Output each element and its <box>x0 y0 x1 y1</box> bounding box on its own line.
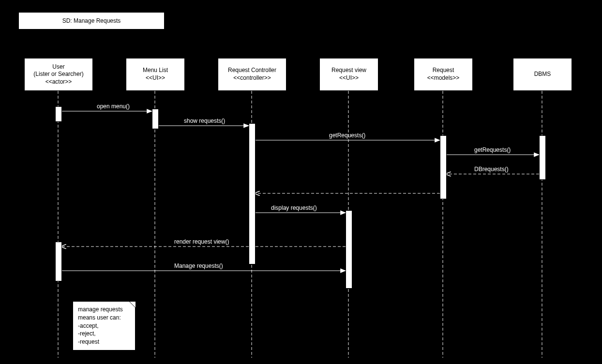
msg-db-requests-label: DBrequests() <box>474 166 509 173</box>
msg-get-requests-1-label: getRequests() <box>329 132 365 139</box>
activation-user-2 <box>55 242 62 281</box>
msg-display-requests-label: display requests() <box>271 204 317 211</box>
sequence-diagram: SD: Manage Requests User (Lister or Sear… <box>0 0 602 364</box>
activation-view <box>346 210 352 289</box>
msg-manage-requests-label: Manage requests() <box>174 262 223 269</box>
activation-dbms <box>539 135 546 180</box>
activation-model <box>440 135 447 199</box>
note-manage-requests: manage requests means user can: -accept,… <box>73 301 135 350</box>
msg-render-view-label: render request view() <box>174 238 229 245</box>
activation-controller <box>249 123 256 264</box>
msg-show-requests-label: show requests() <box>184 117 225 124</box>
msg-open-menu-label: open menu() <box>97 103 130 110</box>
activation-menu <box>152 109 159 129</box>
activation-user-1 <box>55 106 62 122</box>
msg-get-requests-2-label: getRequests() <box>474 146 511 153</box>
